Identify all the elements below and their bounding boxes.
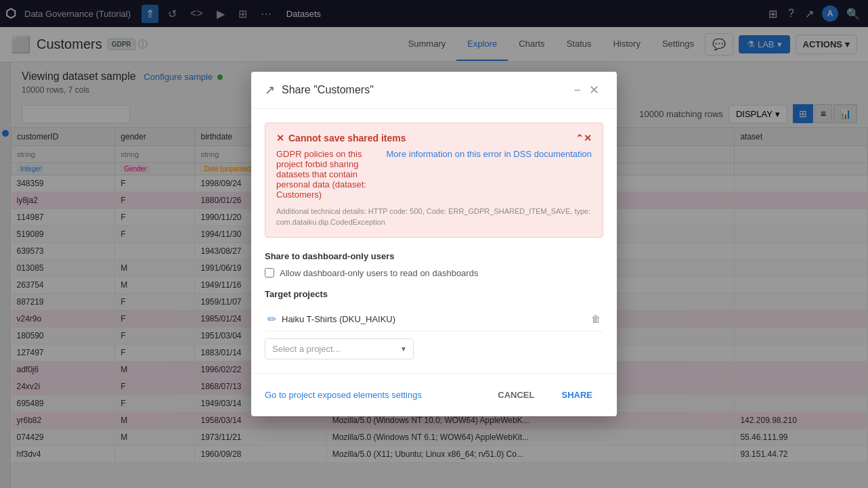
project-icon: ✏: [267, 313, 276, 326]
dialog-close-button[interactable]: ✕: [585, 83, 603, 97]
dialog-minimize-button[interactable]: −: [569, 83, 585, 97]
error-body: GDPR policies on this project forbid sha…: [276, 149, 592, 200]
project-select[interactable]: Select a project...: [265, 338, 414, 359]
error-docs-link[interactable]: More information on this error in DSS do…: [387, 149, 592, 200]
project-delete-button[interactable]: 🗑: [591, 313, 601, 324]
error-tech-text: Additional technical details: HTTP code:…: [276, 206, 592, 227]
checkbox-label: Allow dashboard-only users to read on da…: [280, 268, 478, 278]
target-projects-title: Target projects: [265, 289, 603, 299]
share-to-section-title: Share to dashboard-only users: [265, 251, 603, 261]
share-dialog: ↗ Share "Customers" − ✕ ✕ Cannot save sh…: [251, 72, 617, 416]
dialog-body: ✕ Cannot save shared items ⌃✕ GDPR polic…: [251, 109, 617, 373]
dashboard-checkbox[interactable]: [265, 268, 274, 278]
dialog-header: ↗ Share "Customers" − ✕: [251, 72, 617, 109]
dialog-footer: Go to project exposed elements settings …: [251, 373, 617, 416]
project-name: Haiku T-Shirts (DKU_HAIKU): [282, 314, 586, 324]
checkbox-row: Allow dashboard-only users to read on da…: [265, 268, 603, 278]
modal-overlay[interactable]: ↗ Share "Customers" − ✕ ✕ Cannot save sh…: [0, 0, 868, 488]
error-body-text: GDPR policies on this project forbid sha…: [276, 149, 376, 200]
dialog-title: Share "Customers": [282, 84, 569, 96]
error-x-icon: ✕: [276, 133, 284, 143]
error-title: ✕ Cannot save shared items ⌃✕: [276, 133, 592, 143]
error-box: ✕ Cannot save shared items ⌃✕ GDPR polic…: [265, 123, 603, 238]
error-title-text: Cannot save shared items: [288, 133, 406, 143]
share-button[interactable]: SHARE: [550, 384, 603, 405]
error-expand-icon[interactable]: ⌃✕: [576, 133, 592, 143]
share-icon: ↗: [265, 83, 275, 97]
cancel-button[interactable]: CANCEL: [487, 384, 545, 405]
exposed-elements-link[interactable]: Go to project exposed elements settings: [265, 390, 487, 400]
select-wrapper: Select a project...: [265, 338, 414, 359]
project-item: ✏ Haiku T-Shirts (DKU_HAIKU) 🗑: [265, 307, 603, 332]
